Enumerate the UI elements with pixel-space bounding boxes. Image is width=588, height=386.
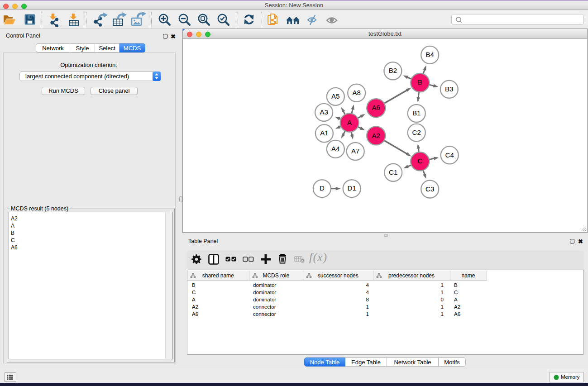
svg-text:C3: C3 xyxy=(425,185,434,193)
svg-text:A4: A4 xyxy=(331,145,339,152)
svg-text:A1: A1 xyxy=(320,129,328,137)
svg-text:B1: B1 xyxy=(412,109,421,117)
svg-text:B: B xyxy=(418,78,422,86)
svg-text:C: C xyxy=(417,157,422,165)
svg-text:A2: A2 xyxy=(372,132,380,139)
svg-text:A7: A7 xyxy=(351,147,359,155)
svg-text:A3: A3 xyxy=(320,108,328,116)
svg-text:A: A xyxy=(347,119,352,126)
svg-text:C4: C4 xyxy=(445,151,454,159)
svg-text:B2: B2 xyxy=(389,67,397,74)
svg-text:B4: B4 xyxy=(426,51,434,58)
svg-text:D1: D1 xyxy=(348,184,356,192)
svg-text:D: D xyxy=(320,184,325,192)
svg-text:A6: A6 xyxy=(372,104,380,111)
svg-text:C2: C2 xyxy=(412,129,421,136)
svg-text:A5: A5 xyxy=(331,92,339,100)
svg-text:C1: C1 xyxy=(389,168,397,176)
svg-text:B3: B3 xyxy=(445,85,453,93)
svg-text:A8: A8 xyxy=(353,89,361,96)
